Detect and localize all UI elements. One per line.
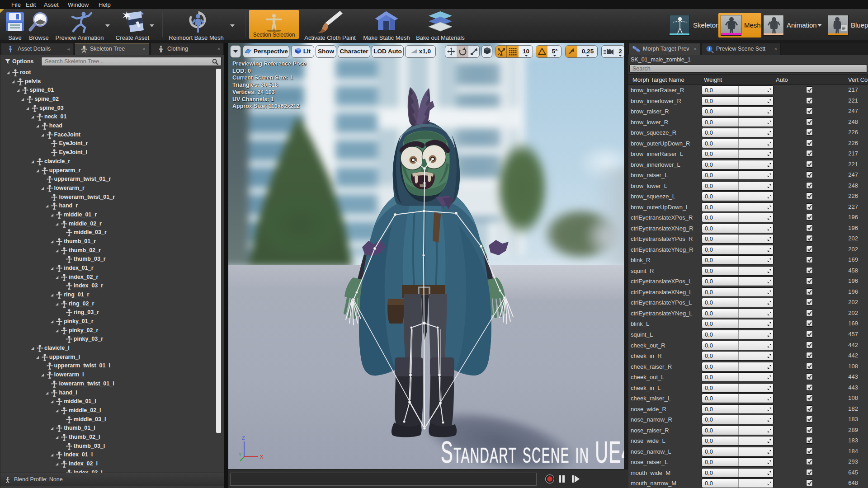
- svg-text:i: i: [709, 47, 710, 52]
- svg-text:X: X: [260, 454, 264, 460]
- svg-text:Y: Y: [239, 452, 241, 457]
- svg-text:Z: Z: [242, 435, 245, 441]
